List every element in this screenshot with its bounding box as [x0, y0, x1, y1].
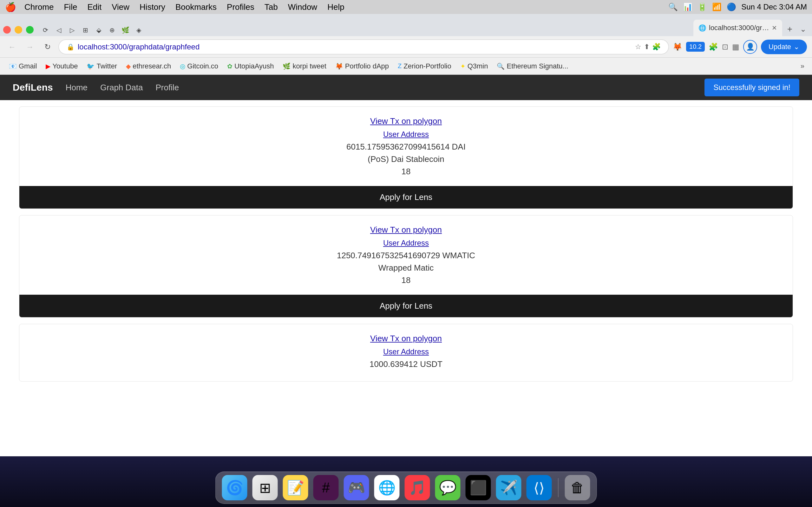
- active-tab[interactable]: 🌐 localhost:3000/graphdata/graphfeed ✕: [693, 20, 782, 36]
- fox-icon[interactable]: 🦊: [673, 43, 682, 51]
- menu-history[interactable]: History: [138, 2, 167, 13]
- music-icon: 🎵: [409, 480, 426, 496]
- page-content: DefiLens Home Graph Data Profile Success…: [0, 75, 812, 488]
- bluetooth-icon[interactable]: 🔵: [727, 3, 736, 11]
- back-btn[interactable]: ←: [5, 40, 19, 54]
- minimize-btn[interactable]: [14, 26, 22, 34]
- bookmark-youtube[interactable]: ▶ Youtube: [42, 60, 82, 72]
- dock-trash[interactable]: 🗑: [565, 475, 590, 500]
- signed-in-badge: Successfully signed in!: [705, 78, 799, 96]
- dock-discord[interactable]: 🎮: [344, 475, 369, 500]
- app-brand[interactable]: DefiLens: [13, 82, 53, 93]
- dock-launchpad[interactable]: ⊞: [252, 475, 278, 500]
- dock-terminal[interactable]: ⬛: [466, 475, 491, 500]
- dock-telegram[interactable]: ✈️: [496, 475, 521, 500]
- card-0-decimals: 18: [29, 167, 783, 176]
- tab-close-btn[interactable]: ✕: [772, 24, 777, 32]
- card-0-amount: 6015.175953627099415614 DAI: [29, 142, 783, 152]
- bookmark-ethresear[interactable]: ◆ ethresear.ch: [122, 60, 175, 72]
- dock-slack[interactable]: #: [313, 475, 339, 500]
- nav-graph-data[interactable]: Graph Data: [100, 83, 143, 93]
- maximize-btn[interactable]: [26, 26, 34, 34]
- menu-view[interactable]: View: [110, 2, 131, 13]
- card-2: View Tx on polygon User Address 1000.639…: [19, 324, 793, 382]
- bm-icon-3[interactable]: ▷: [66, 24, 78, 36]
- utopia-icon: ✿: [227, 62, 233, 70]
- apple-menu[interactable]: 🍎: [5, 2, 16, 12]
- bookmarks-more-btn[interactable]: »: [798, 61, 807, 72]
- address-text: localhost:3000/graphdata/graphfeed: [78, 43, 632, 51]
- chrome-profile-btn[interactable]: 👤: [743, 40, 757, 54]
- sidebar-icon[interactable]: ▦: [732, 43, 740, 51]
- dock-messages[interactable]: 💬: [435, 475, 461, 500]
- card-0-user-address[interactable]: User Address: [29, 130, 783, 139]
- menu-chrome[interactable]: Chrome: [22, 2, 55, 13]
- bm-icon-6[interactable]: ⊕: [106, 24, 118, 36]
- bm-icon-7[interactable]: 🌿: [119, 24, 131, 36]
- cast-icon[interactable]: ⊡: [722, 43, 728, 51]
- reload-btn[interactable]: ↻: [41, 40, 55, 54]
- card-1-user-address[interactable]: User Address: [29, 239, 783, 247]
- new-tab-btn[interactable]: +: [783, 22, 797, 36]
- address-bar[interactable]: 🔒 localhost:3000/graphdata/graphfeed ☆ ⬆…: [58, 39, 669, 55]
- bm-icon-8[interactable]: ◈: [133, 24, 145, 36]
- dock-chrome[interactable]: 🌐: [374, 475, 400, 500]
- card-1-apply-btn[interactable]: Apply for Lens: [19, 295, 793, 317]
- menu-help[interactable]: Help: [325, 2, 346, 13]
- bookmark-star-icon[interactable]: ☆: [635, 43, 641, 51]
- vscode-icon: ⟨⟩: [534, 480, 545, 496]
- bookmark-gitcoin[interactable]: ◎ Gitcoin.co: [176, 60, 222, 72]
- wifi-icon[interactable]: 📶: [712, 3, 722, 11]
- card-0-apply-btn[interactable]: Apply for Lens: [19, 186, 793, 209]
- card-1-tx-link[interactable]: View Tx on polygon: [29, 225, 783, 235]
- menu-tab[interactable]: Tab: [263, 2, 280, 13]
- bookmark-ethereum-sig[interactable]: 🔍 Ethereum Signatu...: [493, 60, 572, 72]
- card-2-tx-link[interactable]: View Tx on polygon: [29, 334, 783, 343]
- slack-icon: #: [322, 480, 329, 496]
- update-button[interactable]: Update ⌄: [761, 40, 807, 54]
- bookmark-q3min[interactable]: ✦ Q3min: [456, 60, 492, 72]
- dock-finder[interactable]: 🌀: [222, 475, 247, 500]
- bm-icon-1[interactable]: ⟳: [39, 24, 51, 36]
- nav-profile[interactable]: Profile: [155, 83, 179, 93]
- nav-home[interactable]: Home: [66, 83, 88, 93]
- menubar: 🍎 Chrome File Edit View History Bookmark…: [0, 0, 812, 14]
- bm-icon-4[interactable]: ⊞: [79, 24, 91, 36]
- discord-icon: 🎮: [348, 480, 365, 496]
- korpi-icon: 🌿: [283, 62, 291, 70]
- stats-icon[interactable]: 📊: [683, 3, 693, 11]
- notification-badge[interactable]: 10.2: [686, 42, 705, 52]
- bookmark-korpi[interactable]: 🌿 korpi tweet: [279, 60, 330, 72]
- bookmark-portfolio[interactable]: 🦊 Portfolio dApp: [332, 60, 393, 72]
- card-0-tx-link[interactable]: View Tx on polygon: [29, 116, 783, 126]
- card-0: View Tx on polygon User Address 6015.175…: [19, 107, 793, 209]
- bookmark-twitter[interactable]: 🐦 Twitter: [83, 60, 121, 72]
- share-icon[interactable]: ⬆: [644, 43, 650, 51]
- menu-profiles[interactable]: Profiles: [225, 2, 256, 13]
- bookmark-gmail[interactable]: 📧 Gmail: [5, 60, 41, 72]
- menu-edit[interactable]: Edit: [85, 2, 103, 13]
- bm-icon-5[interactable]: ⬙: [93, 24, 105, 36]
- menu-file[interactable]: File: [62, 2, 79, 13]
- bm-icon-2[interactable]: ◁: [53, 24, 65, 36]
- puzzle-icon[interactable]: 🧩: [709, 43, 718, 51]
- menu-bookmarks[interactable]: Bookmarks: [173, 2, 218, 13]
- clock: Sun 4 Dec 3:04 AM: [741, 3, 807, 11]
- dock-music[interactable]: 🎵: [405, 475, 430, 500]
- dock-vscode[interactable]: ⟨⟩: [526, 475, 552, 500]
- tab-overflow-btn[interactable]: ⌄: [798, 22, 809, 36]
- spotlight-icon[interactable]: 🔍: [668, 3, 678, 11]
- bookmark-utopia[interactable]: ✿ UtopiaAyush: [223, 60, 277, 72]
- menu-window[interactable]: Window: [286, 2, 319, 13]
- card-2-user-address[interactable]: User Address: [29, 347, 783, 356]
- battery-icon[interactable]: 🔋: [698, 3, 707, 11]
- card-0-body: View Tx on polygon User Address 6015.175…: [19, 107, 793, 186]
- close-btn[interactable]: [3, 26, 11, 34]
- extensions-icon[interactable]: 🧩: [652, 43, 661, 51]
- dock-notes[interactable]: 📝: [283, 475, 308, 500]
- app-navbar: DefiLens Home Graph Data Profile Success…: [0, 75, 812, 100]
- card-1-decimals: 18: [29, 275, 783, 285]
- card-1-token: Wrapped Matic: [29, 263, 783, 273]
- forward-btn[interactable]: →: [23, 40, 37, 54]
- bookmark-zerion[interactable]: Z Zerion-Portfolio: [394, 60, 455, 72]
